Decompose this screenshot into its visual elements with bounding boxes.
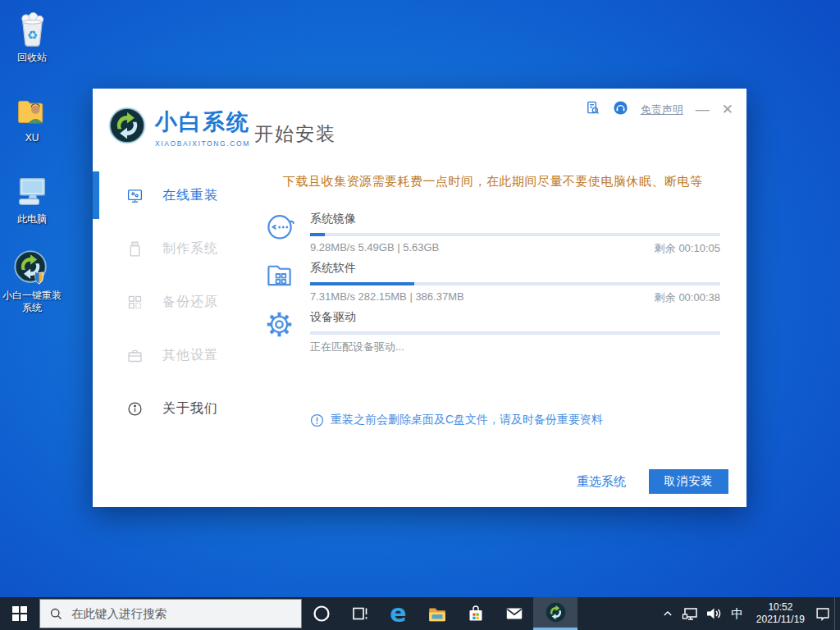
brand-domain: XIAOBAIXITONG.COM	[155, 139, 250, 148]
this-pc-icon	[2, 170, 62, 211]
progress-bar	[310, 233, 720, 236]
minimize-button[interactable]: —	[696, 103, 710, 117]
sidebar-item-label: 备份还原	[162, 294, 218, 311]
desktop-icon-user-folder[interactable]: XU	[2, 89, 62, 144]
desktop: { "desktop": { "icons": [ { "label": "回收…	[0, 0, 840, 630]
svg-text:♻: ♻	[26, 29, 37, 42]
clock-time: 10:52	[756, 601, 805, 614]
progress-fill	[310, 282, 414, 285]
task-stats: 7.31MB/s 282.15MB | 386.37MB	[310, 290, 464, 305]
sidebar-item-other-settings[interactable]: 其他设置	[93, 331, 254, 379]
system-tray: 中 10:52 2021/11/19	[656, 597, 840, 630]
sidebar-item-label: 在线重装	[162, 187, 218, 204]
task-label: 系统软件	[310, 257, 720, 276]
progress-bar	[310, 282, 720, 285]
info-circle-icon	[126, 400, 144, 418]
reselect-system-button[interactable]: 重选系统	[577, 474, 626, 490]
edge-button[interactable]: e	[379, 597, 418, 630]
action-center-icon	[814, 605, 832, 623]
support-headset-icon[interactable]	[613, 100, 628, 119]
main-content: 下载且收集资源需要耗费一点时间，在此期间尽量不要使电脑休眠、断电等 系统镜像	[254, 162, 746, 507]
start-button[interactable]	[0, 597, 39, 630]
folder-apps-icon	[264, 260, 294, 294]
recycle-bin-icon: ♻	[2, 8, 62, 49]
cancel-install-button[interactable]: 取消安装	[649, 469, 728, 494]
xiaobai-app-window: 小白系统 XIAOBAIXITONG.COM 开始安装 免责声明	[93, 89, 746, 507]
xiaobai-taskbar-icon	[545, 601, 567, 623]
task-stats: 9.28MB/s 5.49GB | 5.63GB	[310, 241, 439, 256]
task-remaining: 剩余 00:00:38	[655, 290, 720, 305]
backup-warning: 重装之前会删除桌面及C盘文件，请及时备份重要资料	[310, 413, 603, 427]
tray-chevron-up-icon[interactable]	[656, 597, 679, 630]
grid-blocks-icon	[126, 294, 144, 311]
clock[interactable]: 10:52 2021/11/19	[750, 601, 811, 626]
edge-icon: e	[390, 601, 406, 626]
page-title: 开始安装	[254, 121, 336, 147]
close-button[interactable]: ✕	[722, 103, 733, 117]
show-desktop-button[interactable]	[834, 597, 840, 630]
sidebar: 在线重装 制作系统 备份还原 其他设置	[93, 162, 254, 507]
sidebar-item-label: 制作系统	[162, 240, 218, 258]
cortana-button[interactable]	[302, 597, 340, 630]
sidebar-item-label: 关于我们	[162, 400, 218, 418]
license-doc-icon[interactable]	[585, 100, 600, 119]
task-view-button[interactable]	[340, 597, 379, 630]
usb-drive-icon	[126, 240, 144, 258]
cortana-icon	[312, 604, 331, 623]
titlebar-actions: 免责声明 — ✕	[585, 100, 733, 119]
search-input[interactable]	[71, 607, 276, 620]
windows-logo-icon	[12, 606, 27, 621]
task-label: 设备驱动	[310, 306, 720, 325]
face-whistle-icon	[264, 211, 295, 245]
exclamation-circle-icon	[310, 413, 324, 427]
mail-button[interactable]	[495, 597, 533, 630]
file-explorer-button[interactable]	[418, 597, 456, 630]
search-icon	[49, 607, 63, 621]
sidebar-item-make-system[interactable]: 制作系统	[93, 225, 254, 272]
sidebar-item-about-us[interactable]: 关于我们	[93, 385, 254, 432]
mail-icon	[504, 603, 525, 624]
window-header: 小白系统 XIAOBAIXITONG.COM 开始安装 免责声明	[93, 89, 746, 162]
task-view-icon	[350, 604, 370, 623]
backup-warning-text: 重装之前会删除桌面及C盘文件，请及时备份重要资料	[331, 413, 603, 427]
task-remaining: 剩余 00:10:05	[655, 241, 720, 256]
file-explorer-icon	[427, 603, 448, 624]
clock-date: 2021/11/19	[756, 614, 805, 626]
footer-actions: 重选系统 取消安装	[577, 469, 728, 494]
desktop-icon-this-pc[interactable]: 此电脑	[2, 170, 62, 226]
user-folder-icon	[2, 89, 62, 130]
ime-indicator[interactable]: 中	[725, 606, 750, 622]
action-center-button[interactable]	[811, 597, 834, 630]
brand-name: 小白系统	[155, 107, 250, 137]
store-button[interactable]	[456, 597, 495, 630]
task-label: 系统镜像	[310, 208, 720, 226]
uac-shield-icon	[35, 272, 43, 284]
microsoft-store-icon	[466, 604, 486, 623]
desktop-icon-label: XU	[2, 132, 62, 144]
sidebar-item-online-reinstall[interactable]: 在线重装	[93, 171, 254, 219]
desktop-icon-label: 回收站	[2, 52, 62, 64]
xiaobai-logo-icon	[2, 246, 62, 287]
briefcase-icon	[126, 347, 144, 364]
desktop-icon-label: 小白一键重装系统	[2, 290, 62, 314]
brand-block: 小白系统 XIAOBAIXITONG.COM	[155, 107, 250, 148]
desktop-icon-recycle-bin[interactable]: ♻ 回收站	[2, 8, 62, 64]
desktop-icon-label: 此电脑	[2, 213, 62, 226]
network-icon[interactable]	[679, 597, 702, 630]
taskbar: e	[0, 597, 840, 630]
task-status: 正在匹配设备驱动...	[310, 340, 404, 354]
monitor-reinstall-icon	[126, 187, 144, 204]
progress-fill	[310, 233, 325, 236]
gear-icon	[264, 309, 294, 343]
sidebar-item-backup-restore[interactable]: 备份还原	[93, 278, 254, 326]
sidebar-item-label: 其他设置	[162, 347, 218, 364]
download-notice-text: 下载且收集资源需要耗费一点时间，在此期间尽量不要使电脑休眠、断电等	[283, 174, 703, 189]
progress-bar	[310, 331, 720, 335]
volume-icon[interactable]	[702, 597, 725, 630]
desktop-icon-xiaobai-installer[interactable]: 小白一键重装系统	[2, 246, 62, 314]
app-logo-icon	[107, 105, 148, 149]
xiaobai-taskbar-button[interactable]	[533, 597, 578, 630]
taskbar-search[interactable]	[39, 599, 302, 628]
disclaimer-link[interactable]: 免责声明	[641, 103, 683, 117]
